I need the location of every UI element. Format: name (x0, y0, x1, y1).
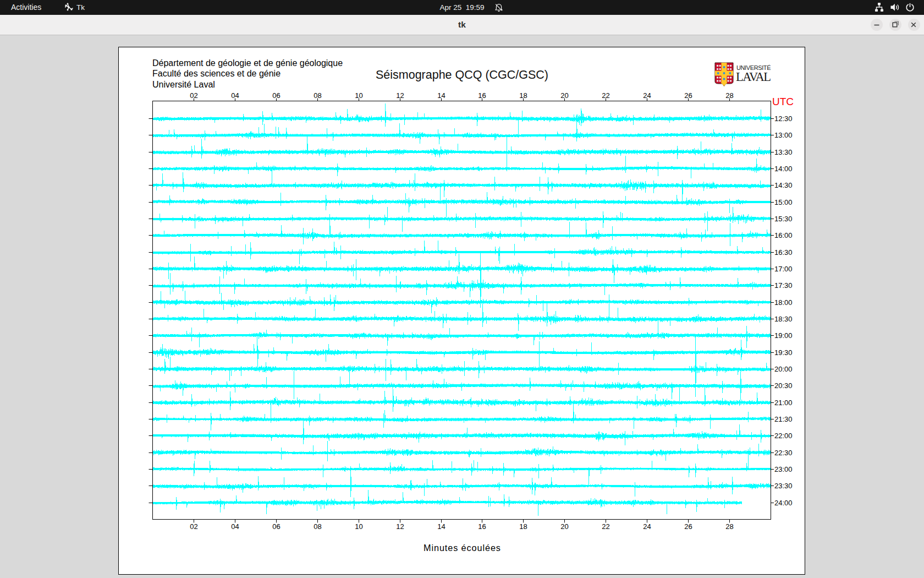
svg-text:14: 14 (437, 522, 445, 531)
svg-text:15:30: 15:30 (774, 215, 793, 223)
svg-text:28: 28 (725, 91, 733, 100)
svg-text:08: 08 (314, 91, 321, 100)
svg-text:24: 24 (643, 91, 651, 100)
svg-text:14: 14 (437, 91, 445, 100)
svg-text:13:00: 13:00 (774, 131, 793, 139)
svg-text:16:30: 16:30 (774, 248, 793, 257)
svg-text:14:30: 14:30 (774, 181, 793, 189)
svg-text:LAVAL: LAVAL (736, 70, 771, 84)
svg-text:16:00: 16:00 (774, 231, 793, 239)
svg-text:20:30: 20:30 (774, 381, 793, 390)
svg-text:18: 18 (519, 522, 527, 531)
svg-text:02: 02 (190, 522, 197, 531)
svg-text:22:30: 22:30 (774, 449, 793, 457)
svg-text:26: 26 (684, 522, 692, 531)
svg-text:13:30: 13:30 (774, 148, 793, 156)
svg-text:06: 06 (272, 522, 280, 531)
svg-text:10: 10 (355, 91, 362, 100)
svg-text:17:00: 17:00 (774, 265, 793, 273)
svg-text:16: 16 (478, 522, 486, 531)
svg-text:12:30: 12:30 (774, 114, 793, 123)
svg-text:20:00: 20:00 (774, 365, 793, 373)
svg-text:22: 22 (602, 522, 609, 531)
svg-text:Département de géologie et de: Département de géologie et de génie géol… (152, 58, 343, 68)
svg-text:26: 26 (684, 91, 692, 100)
svg-text:19:00: 19:00 (774, 331, 793, 340)
svg-text:20: 20 (560, 522, 568, 531)
svg-text:19:30: 19:30 (774, 348, 793, 357)
svg-text:10: 10 (355, 522, 362, 531)
svg-text:04: 04 (231, 91, 239, 100)
svg-text:12: 12 (396, 522, 404, 531)
svg-text:15:00: 15:00 (774, 198, 793, 206)
svg-text:18:00: 18:00 (774, 298, 793, 307)
svg-text:04: 04 (231, 522, 239, 531)
svg-text:22: 22 (602, 91, 609, 100)
svg-text:Séismographe QCQ (CGC/GSC): Séismographe QCQ (CGC/GSC) (376, 68, 548, 81)
svg-text:22:00: 22:00 (774, 432, 793, 440)
svg-text:16: 16 (478, 91, 486, 100)
svg-text:23:00: 23:00 (774, 465, 793, 473)
svg-text:24:00: 24:00 (774, 499, 793, 507)
svg-text:24: 24 (643, 522, 651, 531)
svg-text:06: 06 (272, 91, 280, 100)
svg-text:08: 08 (314, 522, 321, 531)
svg-text:23:30: 23:30 (774, 482, 793, 490)
svg-text:18: 18 (519, 91, 527, 100)
svg-text:Université Laval: Université Laval (152, 80, 215, 89)
svg-text:20: 20 (560, 91, 568, 100)
svg-text:14:00: 14:00 (774, 165, 793, 173)
svg-text:28: 28 (725, 522, 733, 531)
svg-text:17:30: 17:30 (774, 281, 793, 290)
svg-text:12: 12 (396, 91, 404, 100)
svg-text:21:30: 21:30 (774, 415, 793, 423)
svg-text:UTC: UTC (772, 96, 794, 107)
svg-text:18:30: 18:30 (774, 315, 793, 323)
svg-text:Faculté des sciences et de gén: Faculté des sciences et de génie (152, 69, 280, 78)
svg-text:Minutes écoulées: Minutes écoulées (424, 543, 501, 553)
svg-text:21:00: 21:00 (774, 399, 793, 407)
svg-text:02: 02 (190, 91, 197, 100)
